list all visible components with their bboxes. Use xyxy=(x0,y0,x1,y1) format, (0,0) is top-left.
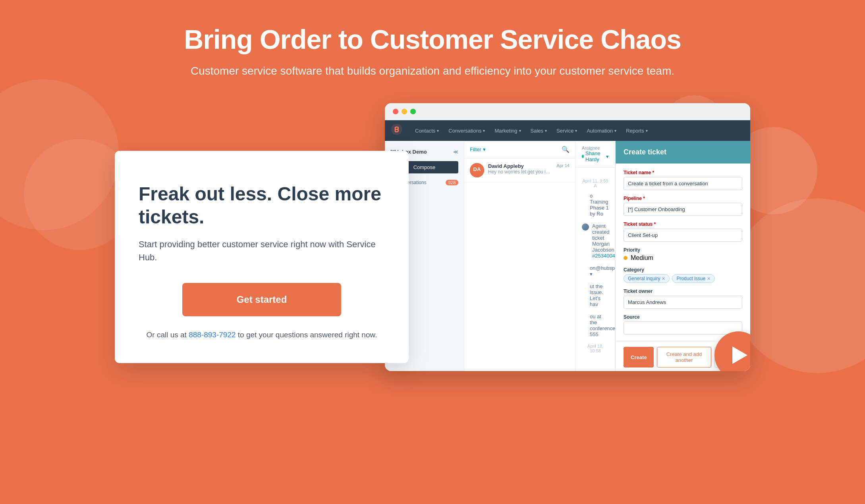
tag-remove-general[interactable]: ✕ xyxy=(662,276,665,281)
nav-bar: Contacts ▾ Conversations ▾ Marketing ▾ S… xyxy=(385,120,750,141)
call-suffix: to get your questions answered right now… xyxy=(238,331,377,339)
priority-row: Medium xyxy=(624,254,742,262)
call-to-action-text: Or call us at 888-893-7922 to get your q… xyxy=(147,331,377,339)
priority-value: Medium xyxy=(631,254,653,262)
ticket-name-label: Ticket name * xyxy=(624,170,742,175)
ticket-owner-label: Ticket owner xyxy=(624,289,742,294)
conversation-preview: Hey no worries let get you in cont... xyxy=(488,169,553,175)
tag-general-inquiry: General inquiry ✕ xyxy=(624,274,670,283)
ticket-link[interactable]: #2534004 xyxy=(592,253,615,259)
source-input[interactable] xyxy=(624,321,742,335)
agent-icon xyxy=(582,223,589,231)
hubspot-logo xyxy=(391,124,402,137)
filter-bar: Filter ▾ 🔍 xyxy=(464,141,575,158)
browser-mockup: Contacts ▾ Conversations ▾ Marketing ▾ S… xyxy=(385,103,750,371)
pipeline-input[interactable] xyxy=(624,203,742,216)
ticket-name-input[interactable] xyxy=(624,177,742,190)
pipeline-group: Pipeline * xyxy=(624,196,742,216)
ticket-status-group: Ticket status * xyxy=(624,221,742,242)
assignee-name: Shane Hardy ▾ xyxy=(582,150,609,162)
chat-message-4: ou at the conference. 555 xyxy=(582,314,609,337)
tag-label-product: Product issue xyxy=(676,276,705,281)
cta-card: Freak out less. Close more tickets. Star… xyxy=(115,151,409,363)
inbox-chevrons-icon: ≪ xyxy=(453,149,458,155)
browser-chrome xyxy=(385,103,750,120)
browser-dot-green xyxy=(410,109,416,114)
panel-header: Create ticket xyxy=(616,141,750,164)
browser-dot-yellow xyxy=(402,109,407,114)
hero-header: Bring Order to Customer Service Chaos Cu… xyxy=(0,0,865,95)
app-content: [*] Inbox Demo ≪ Compose All conversatio… xyxy=(385,141,750,371)
ticket-owner-input[interactable] xyxy=(624,296,742,309)
nav-conversations[interactable]: Conversations ▾ xyxy=(444,120,490,141)
nav-reports[interactable]: Reports ▾ xyxy=(621,120,653,141)
conversation-item[interactable]: DA David Appleby Hey no worries let get … xyxy=(464,158,575,183)
conversation-name: David Appleby xyxy=(488,163,553,169)
assignee-label: Assignee xyxy=(582,146,609,150)
conversation-info: David Appleby Hey no worries let get you… xyxy=(488,163,553,177)
chat-message-1: o Training Phase 1 by Ro xyxy=(582,193,609,217)
create-and-add-button[interactable]: Create and add another xyxy=(657,347,711,367)
chat-message-2: on@hubspot.com ▾ xyxy=(582,265,609,277)
create-button[interactable]: Create xyxy=(624,347,654,367)
browser-dot-red xyxy=(393,109,398,114)
ticket-status-input[interactable] xyxy=(624,229,742,242)
priority-label: Priority xyxy=(624,247,742,253)
priority-group: Priority Medium xyxy=(624,247,742,262)
date-divider-2: April 18, 10:58 xyxy=(582,344,609,353)
pipeline-label: Pipeline * xyxy=(624,196,742,201)
source-group: Source xyxy=(624,314,742,335)
panel-title: Create ticket xyxy=(624,148,666,156)
source-label: Source xyxy=(624,314,742,320)
phone-link[interactable]: 888-893-7922 xyxy=(189,331,236,339)
nav-marketing[interactable]: Marketing ▾ xyxy=(490,120,525,141)
ticket-name-group: Ticket name * xyxy=(624,170,742,190)
nav-service[interactable]: Service ▾ xyxy=(552,120,582,141)
category-tags: General inquiry ✕ Product issue ✕ xyxy=(624,274,742,283)
chat-messages: April 11, 9:59 A o Training Phase 1 by R… xyxy=(575,167,615,364)
main-content: Freak out less. Close more tickets. Star… xyxy=(0,95,865,379)
online-indicator xyxy=(582,155,584,158)
nav-sales[interactable]: Sales ▾ xyxy=(526,120,552,141)
hero-title: Bring Order to Customer Service Chaos xyxy=(8,24,857,55)
avatar: DA xyxy=(470,163,484,177)
tag-label-general: General inquiry xyxy=(628,276,660,281)
tag-product-issue: Product issue ✕ xyxy=(672,274,715,283)
conversations-badge: 928 xyxy=(446,180,458,185)
priority-dot-icon xyxy=(624,256,628,260)
chat-header: Assignee Shane Hardy ▾ xyxy=(575,141,615,167)
ticket-status-label: Ticket status * xyxy=(624,221,742,227)
chat-area: Assignee Shane Hardy ▾ April 11, 9:59 A … xyxy=(575,141,615,371)
get-started-button[interactable]: Get started xyxy=(182,283,341,316)
panel-body: Ticket name * Pipeline * xyxy=(616,164,750,341)
svg-text:DA: DA xyxy=(473,166,481,172)
nav-items: Contacts ▾ Conversations ▾ Marketing ▾ S… xyxy=(410,120,653,141)
category-group: Category General inquiry ✕ Product issue… xyxy=(624,267,742,283)
date-divider-1: April 11, 9:59 A xyxy=(582,179,609,188)
tag-remove-product[interactable]: ✕ xyxy=(707,276,711,281)
chat-message-agent: Agent created ticket Morgan Jacobson #25… xyxy=(582,223,609,259)
call-prefix: Or call us at xyxy=(147,331,187,339)
category-label: Category xyxy=(624,267,742,273)
nav-automation[interactable]: Automation ▾ xyxy=(582,120,621,141)
conversation-date: Apr 14 xyxy=(557,163,570,177)
hero-subtitle: Customer service software that builds or… xyxy=(8,63,857,79)
ticket-owner-group: Ticket owner xyxy=(624,289,742,309)
nav-contacts[interactable]: Contacts ▾ xyxy=(410,120,444,141)
search-icon[interactable]: 🔍 xyxy=(562,146,570,153)
conversation-list: Filter ▾ 🔍 DA David Appleby Hey no w xyxy=(464,141,575,371)
chat-message-3: ut the issue. Let's hav xyxy=(582,283,609,307)
cta-headline: Freak out less. Close more tickets. xyxy=(139,183,385,228)
play-icon xyxy=(732,346,747,364)
filter-button[interactable]: Filter ▾ xyxy=(470,146,486,152)
cta-subtext: Start providing better customer service … xyxy=(139,238,385,264)
